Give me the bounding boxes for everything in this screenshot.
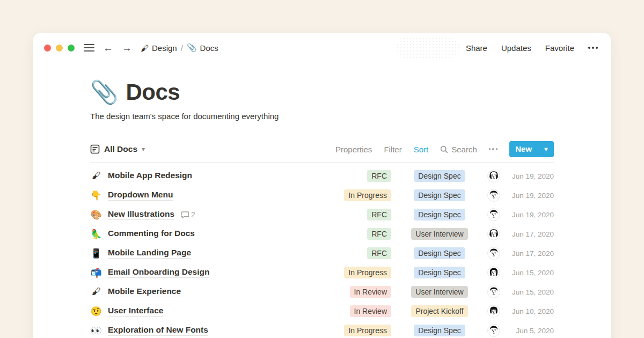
date-value: Jun 5, 2020 (507, 327, 554, 335)
app-window: ← → 🖌 Design / 📎 Docs Share Updates Favo… (33, 33, 611, 338)
doc-title-link[interactable]: Mobile App Redesign (108, 171, 192, 181)
more-options-icon[interactable] (588, 47, 598, 49)
date-value: Jun 19, 2020 (507, 211, 554, 219)
toolbar-more-icon[interactable] (489, 148, 498, 150)
doc-type-badge: Design Spec (414, 189, 465, 201)
back-arrow-icon[interactable]: ← (103, 43, 113, 53)
page-title: Docs (126, 79, 180, 105)
doc-emoji-icon: 🖌 (90, 171, 102, 181)
date-value: Jun 19, 2020 (507, 172, 554, 180)
date-value: Jun 17, 2020 (507, 230, 554, 238)
new-button-label: New (509, 141, 538, 157)
doc-title-link[interactable]: Commenting for Docs (108, 229, 195, 239)
breadcrumb-label: Docs (200, 43, 218, 53)
doc-emoji-icon: 🦜 (90, 229, 102, 240)
doc-title-link[interactable]: Dropdown Menu (108, 190, 173, 201)
doc-emoji-icon: 👇 (90, 190, 102, 201)
status-badge: RFC (367, 170, 391, 182)
status-badge: In Progress (344, 189, 391, 201)
minimize-window-button[interactable] (56, 45, 63, 52)
window-topbar: ← → 🖌 Design / 📎 Docs Share Updates Favo… (44, 40, 598, 56)
paperclip-page-icon[interactable]: 📎 (90, 81, 118, 104)
table-row[interactable]: 🎨New Illustrations2RFCDesign SpecJun 19,… (90, 205, 554, 224)
view-switcher[interactable]: All Docs ▾ (90, 144, 145, 154)
updates-button[interactable]: Updates (501, 43, 531, 53)
date-value: Jun 10, 2020 (507, 307, 554, 315)
favorite-button[interactable]: Favorite (545, 43, 574, 53)
doc-title-link[interactable]: New Illustrations (108, 209, 174, 220)
date-value: Jun 19, 2020 (507, 192, 554, 200)
doc-type-badge: Project Kickoff (411, 305, 467, 317)
traffic-lights (44, 45, 75, 52)
doc-type-badge: Design Spec (414, 170, 465, 182)
avatar (487, 189, 500, 202)
breadcrumb-item-docs[interactable]: 📎 Docs (187, 43, 218, 53)
comment-count-value: 2 (191, 210, 195, 219)
table-row[interactable]: 👀Exploration of New FontsIn ProgressDesi… (90, 321, 554, 338)
doc-type-badge: Design Spec (414, 325, 465, 336)
avatar (487, 208, 500, 221)
search-button[interactable]: Search (440, 145, 477, 154)
avatar (487, 266, 500, 279)
close-window-button[interactable] (44, 45, 51, 52)
doc-emoji-icon: 🎨 (90, 209, 102, 221)
table-row[interactable]: 🖌Mobile ExperienceIn ReviewUser Intervie… (90, 282, 554, 302)
doc-emoji-icon: 🤨 (90, 306, 102, 317)
status-badge: RFC (367, 228, 391, 240)
topbar-actions: Share Updates Favorite (466, 43, 598, 53)
doc-type-badge: Design Spec (414, 247, 465, 259)
sort-button[interactable]: Sort (414, 145, 429, 154)
status-badge: In Review (350, 305, 391, 317)
filter-button[interactable]: Filter (384, 145, 401, 154)
table-row[interactable]: 📬Email Onboarding DesignIn ProgressDesig… (90, 263, 554, 282)
share-button[interactable]: Share (466, 43, 487, 53)
doc-title-link[interactable]: Mobile Landing Page (108, 248, 191, 259)
doc-emoji-icon: 📬 (90, 267, 102, 278)
chevron-down-icon: ▾ (142, 145, 145, 153)
status-badge: In Progress (344, 325, 391, 336)
avatar (487, 247, 500, 260)
avatar (487, 285, 500, 298)
doc-title-link[interactable]: Exploration of New Fonts (108, 325, 208, 336)
doc-title-link[interactable]: User Interface (108, 306, 163, 317)
breadcrumb-item-design[interactable]: 🖌 Design (141, 43, 177, 53)
avatar (487, 227, 500, 240)
status-badge: In Review (350, 286, 391, 298)
doc-type-badge: Design Spec (414, 209, 465, 221)
sidebar-menu-icon[interactable] (84, 44, 94, 52)
status-badge: In Progress (344, 267, 391, 278)
status-badge: RFC (367, 209, 391, 221)
comment-count[interactable]: 2 (180, 210, 195, 219)
doc-emoji-icon: 👀 (90, 325, 102, 336)
breadcrumb: 🖌 Design / 📎 Docs (141, 43, 218, 53)
table-row[interactable]: 👇Dropdown MenuIn ProgressDesign SpecJun … (90, 186, 554, 205)
table-row[interactable]: 📱Mobile Landing PageRFCDesign SpecJun 17… (90, 244, 554, 263)
page-header: 📎 Docs (90, 79, 554, 105)
paintbrush-icon: 🖌 (141, 43, 149, 53)
date-value: Jun 15, 2020 (507, 269, 554, 277)
forward-arrow-icon[interactable]: → (122, 43, 132, 53)
date-value: Jun 17, 2020 (507, 249, 554, 258)
view-label: All Docs (104, 144, 137, 154)
avatar (487, 324, 500, 337)
list-view-icon (90, 144, 100, 154)
avatar (487, 170, 500, 182)
properties-button[interactable]: Properties (335, 145, 372, 154)
doc-title-link[interactable]: Mobile Experience (108, 286, 181, 297)
avatar (487, 305, 500, 318)
table-row[interactable]: 🦜Commenting for DocsRFCUser InterviewJun… (90, 224, 554, 244)
comment-icon (180, 210, 189, 219)
table-row[interactable]: 🖌Mobile App RedesignRFCDesign SpecJun 19… (90, 166, 554, 186)
table-row[interactable]: 🤨User InterfaceIn ReviewProject KickoffJ… (90, 302, 554, 321)
doc-type-badge: Design Spec (414, 267, 465, 278)
doc-title-link[interactable]: Email Onboarding Design (108, 267, 209, 278)
doc-type-badge: User Interview (411, 286, 467, 298)
new-dropdown-icon[interactable]: ▼ (538, 146, 554, 152)
date-value: Jun 15, 2020 (507, 288, 554, 296)
paperclip-icon: 📎 (187, 43, 197, 53)
status-badge: RFC (367, 247, 391, 259)
new-button[interactable]: New ▼ (509, 141, 554, 157)
zoom-window-button[interactable] (68, 45, 75, 52)
breadcrumb-label: Design (152, 43, 177, 53)
search-label: Search (451, 145, 477, 154)
